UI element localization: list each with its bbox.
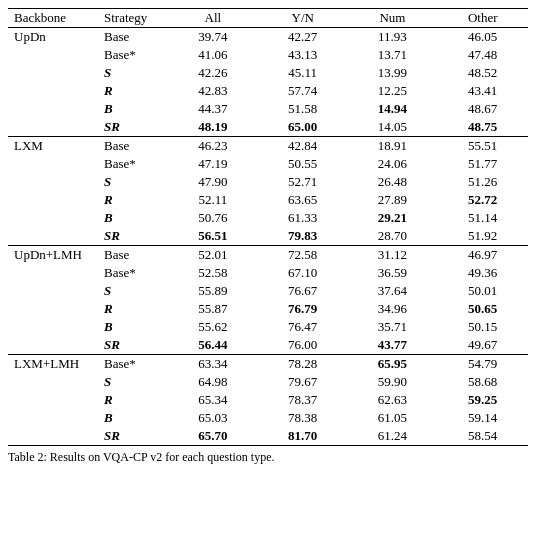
cell-yn: 78.28 xyxy=(258,355,348,374)
cell-strategy: R xyxy=(98,191,168,209)
cell-backbone xyxy=(8,282,98,300)
cell-yn: 76.47 xyxy=(258,318,348,336)
cell-num: 18.91 xyxy=(348,137,438,156)
cell-strategy: Base* xyxy=(98,355,168,374)
cell-all: 55.89 xyxy=(168,282,258,300)
cell-yn: 65.00 xyxy=(258,118,348,137)
cell-strategy: SR xyxy=(98,118,168,137)
cell-yn: 43.13 xyxy=(258,46,348,64)
cell-num: 14.94 xyxy=(348,100,438,118)
table-row: R55.8776.7934.9650.65 xyxy=(8,300,528,318)
cell-strategy: Base* xyxy=(98,264,168,282)
cell-strategy: R xyxy=(98,391,168,409)
cell-strategy: S xyxy=(98,173,168,191)
cell-yn: 81.70 xyxy=(258,427,348,446)
table-row: B65.0378.3861.0559.14 xyxy=(8,409,528,427)
cell-strategy: R xyxy=(98,82,168,100)
cell-other: 47.48 xyxy=(437,46,528,64)
cell-strategy: SR xyxy=(98,336,168,355)
table-row: R52.1163.6527.8952.72 xyxy=(8,191,528,209)
table-row: LXM+LMHBase*63.3478.2865.9554.79 xyxy=(8,355,528,374)
cell-backbone: LXM xyxy=(8,137,98,156)
cell-other: 51.26 xyxy=(437,173,528,191)
cell-backbone xyxy=(8,82,98,100)
table-row: LXMBase46.2342.8418.9155.51 xyxy=(8,137,528,156)
cell-num: 37.64 xyxy=(348,282,438,300)
cell-strategy: R xyxy=(98,300,168,318)
cell-yn: 57.74 xyxy=(258,82,348,100)
table-header-row: Backbone Strategy All Y/N Num Other xyxy=(8,9,528,28)
cell-yn: 51.58 xyxy=(258,100,348,118)
cell-yn: 78.38 xyxy=(258,409,348,427)
cell-yn: 61.33 xyxy=(258,209,348,227)
cell-num: 61.05 xyxy=(348,409,438,427)
cell-strategy: B xyxy=(98,209,168,227)
cell-all: 63.34 xyxy=(168,355,258,374)
cell-num: 24.06 xyxy=(348,155,438,173)
cell-num: 62.63 xyxy=(348,391,438,409)
cell-num: 43.77 xyxy=(348,336,438,355)
cell-num: 13.71 xyxy=(348,46,438,64)
cell-all: 48.19 xyxy=(168,118,258,137)
cell-yn: 78.37 xyxy=(258,391,348,409)
cell-backbone xyxy=(8,318,98,336)
header-yn: Y/N xyxy=(258,9,348,28)
table-caption: Table 2: Results on VQA-CP v2 for each q… xyxy=(8,450,528,465)
cell-num: 26.48 xyxy=(348,173,438,191)
cell-num: 29.21 xyxy=(348,209,438,227)
cell-num: 11.93 xyxy=(348,28,438,47)
cell-backbone xyxy=(8,373,98,391)
cell-backbone xyxy=(8,209,98,227)
cell-backbone xyxy=(8,427,98,446)
cell-yn: 67.10 xyxy=(258,264,348,282)
cell-strategy: Base xyxy=(98,28,168,47)
cell-strategy: Base xyxy=(98,137,168,156)
cell-yn: 63.65 xyxy=(258,191,348,209)
cell-strategy: B xyxy=(98,100,168,118)
table-row: B50.7661.3329.2151.14 xyxy=(8,209,528,227)
table-row: S64.9879.6759.9058.68 xyxy=(8,373,528,391)
cell-backbone xyxy=(8,336,98,355)
cell-all: 42.26 xyxy=(168,64,258,82)
cell-yn: 45.11 xyxy=(258,64,348,82)
cell-all: 44.37 xyxy=(168,100,258,118)
cell-num: 34.96 xyxy=(348,300,438,318)
table-row: S55.8976.6737.6450.01 xyxy=(8,282,528,300)
cell-backbone: LXM+LMH xyxy=(8,355,98,374)
table-row: SR48.1965.0014.0548.75 xyxy=(8,118,528,137)
cell-strategy: S xyxy=(98,64,168,82)
cell-yn: 79.83 xyxy=(258,227,348,246)
cell-all: 47.90 xyxy=(168,173,258,191)
cell-all: 39.74 xyxy=(168,28,258,47)
cell-yn: 42.84 xyxy=(258,137,348,156)
table-row: UpDn+LMHBase52.0172.5831.1246.97 xyxy=(8,246,528,265)
header-all: All xyxy=(168,9,258,28)
table-row: S47.9052.7126.4851.26 xyxy=(8,173,528,191)
cell-yn: 50.55 xyxy=(258,155,348,173)
cell-other: 58.54 xyxy=(437,427,528,446)
cell-strategy: Base* xyxy=(98,46,168,64)
cell-other: 50.01 xyxy=(437,282,528,300)
cell-all: 46.23 xyxy=(168,137,258,156)
cell-backbone xyxy=(8,155,98,173)
cell-other: 55.51 xyxy=(437,137,528,156)
cell-num: 59.90 xyxy=(348,373,438,391)
cell-num: 27.89 xyxy=(348,191,438,209)
header-num: Num xyxy=(348,9,438,28)
cell-yn: 52.71 xyxy=(258,173,348,191)
table-row: B44.3751.5814.9448.67 xyxy=(8,100,528,118)
cell-strategy: B xyxy=(98,409,168,427)
cell-backbone xyxy=(8,300,98,318)
table-row: Base*41.0643.1313.7147.48 xyxy=(8,46,528,64)
cell-num: 31.12 xyxy=(348,246,438,265)
cell-strategy: S xyxy=(98,282,168,300)
cell-all: 47.19 xyxy=(168,155,258,173)
table-row: B55.6276.4735.7150.15 xyxy=(8,318,528,336)
cell-backbone: UpDn xyxy=(8,28,98,47)
cell-other: 51.14 xyxy=(437,209,528,227)
header-backbone: Backbone xyxy=(8,9,98,28)
cell-yn: 42.27 xyxy=(258,28,348,47)
cell-backbone xyxy=(8,64,98,82)
cell-other: 51.92 xyxy=(437,227,528,246)
cell-other: 43.41 xyxy=(437,82,528,100)
